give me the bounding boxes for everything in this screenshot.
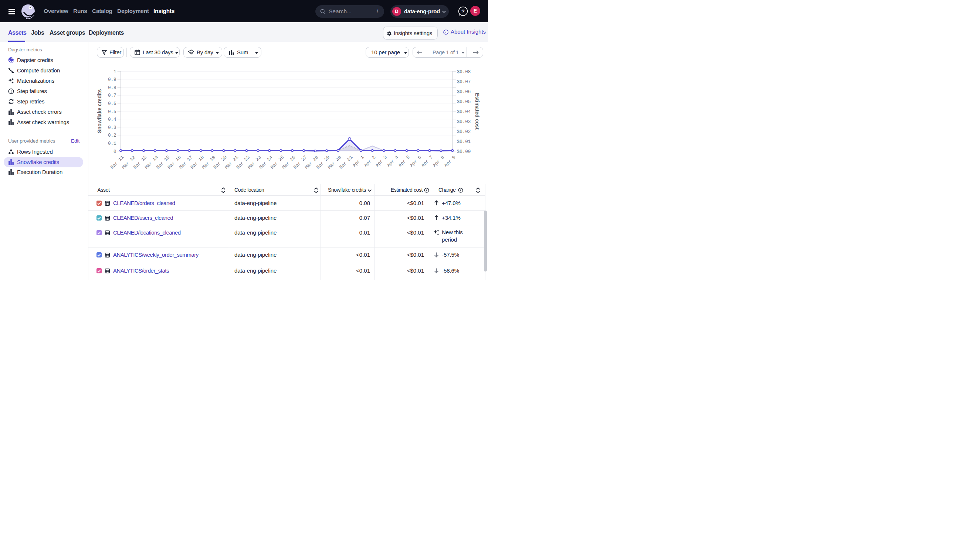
svg-text:0.4: 0.4 xyxy=(108,117,117,122)
svg-text:$0.02: $0.02 xyxy=(457,129,471,135)
svg-text:$0.03: $0.03 xyxy=(457,119,471,125)
svg-text:0.9: 0.9 xyxy=(108,77,117,82)
svg-text:$0.05: $0.05 xyxy=(457,99,471,105)
svg-text:Apr 2: Apr 2 xyxy=(363,155,376,168)
svg-text:$0.08: $0.08 xyxy=(457,70,471,75)
svg-text:$0.04: $0.04 xyxy=(457,109,471,115)
svg-text:0.3: 0.3 xyxy=(108,125,117,130)
svg-text:0.5: 0.5 xyxy=(108,109,117,115)
svg-text:0.8: 0.8 xyxy=(108,85,117,90)
svg-text:0: 0 xyxy=(114,149,117,154)
svg-text:Apr 7: Apr 7 xyxy=(420,155,434,168)
svg-text:Snowflake credits: Snowflake credits xyxy=(97,89,102,133)
svg-text:Apr 4: Apr 4 xyxy=(386,155,399,168)
svg-text:0.7: 0.7 xyxy=(108,93,117,98)
svg-text:0.6: 0.6 xyxy=(108,101,117,107)
svg-text:$0.01: $0.01 xyxy=(457,139,471,145)
svg-text:1: 1 xyxy=(114,70,117,75)
svg-text:Apr 6: Apr 6 xyxy=(409,155,422,168)
svg-text:Apr 9: Apr 9 xyxy=(443,155,456,168)
svg-text:Estimated cost: Estimated cost xyxy=(474,93,480,130)
svg-text:Apr 1: Apr 1 xyxy=(352,155,365,168)
svg-text:Apr 8: Apr 8 xyxy=(432,155,445,168)
svg-text:Apr 3: Apr 3 xyxy=(374,155,388,168)
svg-text:?: ? xyxy=(461,8,465,14)
svg-text:$0.00: $0.00 xyxy=(457,149,471,154)
svg-text:$0.07: $0.07 xyxy=(457,79,471,85)
svg-text:Apr 5: Apr 5 xyxy=(398,155,411,168)
svg-text:0.2: 0.2 xyxy=(108,133,117,138)
svg-text:$0.06: $0.06 xyxy=(457,89,471,95)
svg-text:0.1: 0.1 xyxy=(108,141,117,146)
